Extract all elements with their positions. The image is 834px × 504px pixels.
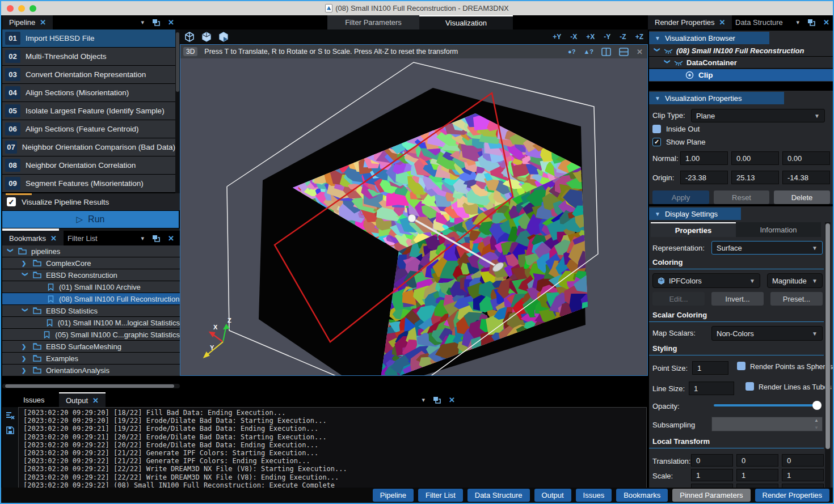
pipeline-item[interactable]: 03Convert Orientation Representation [2,66,175,83]
preset-colors-button[interactable]: Preset... [770,292,823,306]
color-array-dropdown[interactable]: IPFColors▼ [652,273,760,288]
visualization-properties-header[interactable]: ▼ Visualization Properties [649,92,784,104]
camera-minusz-button[interactable]: -Z [615,33,630,41]
chevron-right-icon[interactable]: ❯ [22,260,28,266]
apply-button[interactable]: Apply [652,190,709,204]
undock-icon[interactable] [152,235,160,242]
close-tab-icon[interactable]: ✕ [40,18,46,27]
dock-button-render-properties[interactable]: Render Properties [755,489,830,502]
browser-row-clip[interactable]: Clip [649,69,834,81]
point-size-field[interactable] [692,361,728,375]
close-panel-icon[interactable]: ✕ [168,18,174,27]
spin-up-icon[interactable]: ▲ [814,418,819,423]
eye-closed-icon[interactable] [664,48,673,54]
subsampling-spinbox[interactable]: ▲ ▼ [711,417,823,431]
panel-menu-caret-icon[interactable]: ▾ [422,396,426,404]
pipeline-vscrollbar[interactable] [175,29,180,210]
edit-colors-button[interactable]: Edit... [652,292,705,306]
chevron-down-icon[interactable]: ❯ [654,48,660,54]
chevron-right-icon[interactable]: ❯ [22,355,28,362]
tab-display-information[interactable]: Information [736,222,821,237]
inside-out-checkbox[interactable] [652,125,661,133]
camera-plusx-button[interactable]: +X [582,33,599,41]
invert-colors-button[interactable]: Invert... [711,292,764,306]
visualize-results-checkbox[interactable]: ✓ [7,197,16,206]
dock-button-pinned-parameters[interactable]: Pinned Parameters [672,489,750,502]
chevron-down-icon[interactable]: ❯ [7,248,14,255]
display-settings-vscrollbar[interactable] [825,222,831,489]
visualization-browser-header[interactable]: ▼ Visualization Browser [649,32,769,44]
clipped-cube-icon[interactable] [218,32,229,42]
translation-y-field[interactable] [736,454,778,467]
chevron-right-icon[interactable]: ❯ [22,367,28,374]
translation-z-field[interactable] [782,454,824,467]
chevron-right-icon[interactable]: ❯ [22,344,28,350]
opacity-slider-track[interactable] [714,404,817,406]
tab-output[interactable]: Output ✕ [59,392,106,407]
tree-folder[interactable]: ❯pipelines [2,245,180,257]
clip-type-dropdown[interactable]: Plane▼ [691,109,825,122]
cell-info-icon[interactable]: ▲? [583,48,593,55]
lines-as-tubes-checkbox[interactable] [745,382,754,391]
dock-button-pipeline[interactable]: Pipeline [373,489,414,502]
points-as-spheres-checkbox[interactable] [737,362,745,370]
normal-y-field[interactable] [731,151,779,165]
undock-icon[interactable] [152,19,160,26]
component-dropdown[interactable]: Magnitude▼ [767,273,823,288]
pipeline-item[interactable]: 07Neighbor Orientation Comparison (Bad D… [2,138,175,156]
solid-cube-icon[interactable] [201,32,212,42]
split-vertical-icon[interactable] [601,48,611,56]
pipeline-item[interactable]: 02Multi-Threshold Objects [2,48,175,65]
pipeline-item[interactable]: 06Align Sections (Feature Centroid) [2,120,175,138]
normal-z-field[interactable] [782,151,830,165]
origin-z-field[interactable] [782,171,830,184]
map-scalars-dropdown[interactable]: Non-Colors▼ [711,326,823,341]
origin-y-field[interactable] [731,171,779,184]
pipeline-item[interactable]: 04Align Sections (Misorientation) [2,84,175,101]
origin-x-field[interactable] [680,171,728,184]
browser-row-datacontainer[interactable]: ❯ DataContainer [649,57,834,69]
translation-x-field[interactable] [691,454,733,467]
camera-plusy-button[interactable]: +Y [548,33,566,41]
undock-icon[interactable] [433,396,441,404]
camera-minusy-button[interactable]: -Y [599,33,615,41]
tab-display-properties[interactable]: Properties [651,222,736,237]
bookmarks-hscrollbar[interactable] [2,384,180,388]
close-view-icon[interactable]: ✕ [637,48,643,56]
tab-visualization[interactable]: Visualization [419,15,513,29]
chevron-down-icon[interactable]: ❯ [22,272,28,278]
camera-plusz-button[interactable]: +Z [631,33,648,41]
tree-folder[interactable]: ❯EBSD Statistics [2,305,180,316]
spin-down-icon[interactable]: ▼ [814,425,819,430]
chevron-down-icon[interactable]: ❯ [664,60,671,66]
pipeline-item[interactable]: 08Neighbor Orientation Correlation [2,156,175,174]
browser-row-root[interactable]: ❯ (08) Small IN100 Full Reconstruction [649,45,834,57]
tab-filter-list[interactable]: Filter List [61,231,104,245]
dock-button-output[interactable]: Output [534,489,571,502]
tree-folder[interactable]: ❯EBSD SurfaceMeshing [2,341,180,352]
close-panel-icon[interactable]: ✕ [449,396,455,404]
tree-bookmark[interactable]: (01) Small IN100 Archive [2,281,180,293]
tree-folder[interactable]: ❯ComplexCore [2,257,180,269]
tab-bookmarks[interactable]: Bookmarks ✕ [2,231,64,245]
output-log[interactable]: [2023:02:20 09:29:20] [18/22] Fill Bad D… [18,407,647,489]
pipeline-item[interactable]: 05Isolate Largest Feature (Identify Samp… [2,102,175,120]
scale-x-field[interactable] [691,469,733,481]
tab-filter-parameters[interactable]: Filter Parameters [327,15,419,29]
close-panel-icon[interactable]: ✕ [168,234,174,243]
show-plane-checkbox[interactable]: ✓ [652,138,661,146]
close-panel-icon[interactable]: ✕ [823,18,829,27]
tree-folder[interactable]: ❯OrientationAnalysis [2,365,180,376]
save-log-icon[interactable] [6,426,14,434]
tree-bookmark[interactable]: (08) Small IN100 Full Reconstruction [2,293,180,304]
tree-bookmark[interactable]: (01) Small IN100 M...logical Statistics [2,317,180,328]
close-tab-icon[interactable]: ✕ [719,18,726,27]
scale-y-field[interactable] [736,469,778,481]
tree-folder[interactable]: ❯EBSD Reconstruction [2,269,180,281]
tab-render-properties[interactable]: Render Properties ✕ [648,15,732,29]
clear-log-icon[interactable] [6,412,15,420]
eye-closed-icon[interactable] [674,60,683,66]
normal-x-field[interactable] [680,151,728,165]
dock-button-issues[interactable]: Issues [576,489,612,502]
display-settings-header[interactable]: ▼ Display Settings [649,207,741,220]
